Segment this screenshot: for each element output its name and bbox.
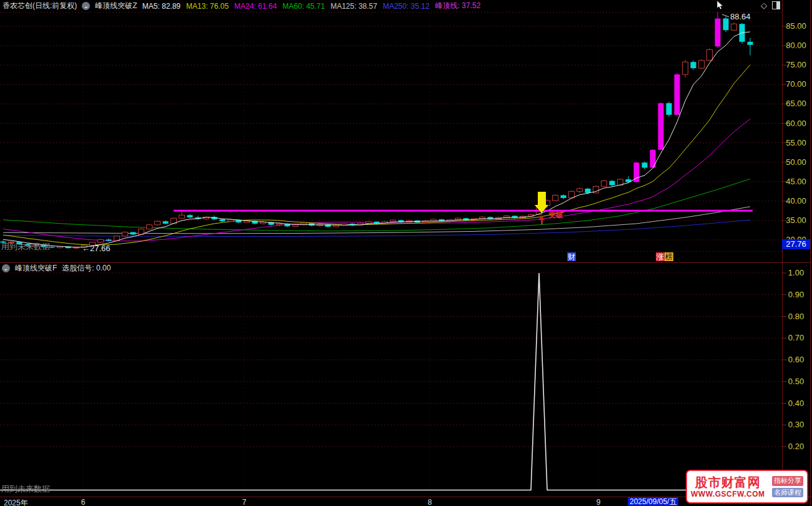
- signal-value-label: 选股信号: 0.00: [62, 263, 111, 274]
- last-date-badge: 2025/09/05/五: [628, 497, 678, 506]
- price-axis-label: 85.00: [783, 21, 810, 31]
- red-up-arrow-stem-icon: [541, 220, 543, 224]
- value-axis-label: 0.20: [783, 442, 810, 451]
- ma-legend-item: MA24: 61.64: [234, 2, 277, 11]
- event-marker[interactable]: 财: [567, 252, 576, 261]
- price-axis-label: 60.00: [783, 119, 810, 128]
- ma-legend-item: MA125: 38.57: [330, 2, 377, 11]
- diamond-icon[interactable]: ◇: [761, 1, 767, 9]
- value-axis-label: 0.50: [783, 377, 810, 386]
- split-screen-icon-fill: [776, 2, 780, 9]
- bottom-panel-header: ⌄ 峰顶线突破F 选股信号: 0.00: [2, 263, 111, 274]
- yellow-down-arrow-head-icon: [535, 205, 548, 213]
- x-axis-year-label: 2025年: [4, 498, 28, 506]
- chart-canvas[interactable]: [0, 0, 812, 506]
- ma-legend-item: MA13: 76.05: [186, 2, 229, 11]
- watermark-site-url: WWW.GSCFW.COM: [691, 490, 765, 499]
- red-up-arrow-icon: [538, 216, 545, 220]
- event-marker[interactable]: 榜: [665, 252, 673, 261]
- watermark-badge-indicator-share: 指标分享: [772, 476, 803, 486]
- price-axis-label: 80.00: [783, 41, 810, 50]
- high-price-annotation: 88.64: [730, 12, 751, 21]
- ma-legend-item: MA250: 35.12: [383, 2, 430, 11]
- price-axis-label: 70.00: [783, 79, 810, 89]
- stock-title: 香农芯创(日线:前复权): [2, 1, 77, 11]
- ma-legend-item: MA60: 45.71: [282, 2, 325, 11]
- value-axis-label: 0.90: [783, 290, 810, 299]
- breakout-text-marker: 突破: [548, 210, 563, 221]
- indicator-collapse-icon[interactable]: ⌄: [82, 2, 90, 10]
- watermark-badges: 指标分享 名师课程: [772, 476, 803, 498]
- top-header: 香农芯创(日线:前复权) ⌄ 峰顶线突破Z MA5: 82.89MA13: 76…: [2, 1, 486, 11]
- x-axis-month-label: 8: [428, 498, 432, 506]
- chevron-down-icon: ⌄: [84, 3, 89, 9]
- value-axis-label: 0.70: [783, 333, 810, 342]
- mouse-cursor-icon: [716, 1, 724, 12]
- ma-legend-item: 峰顶线: 37.52: [435, 1, 481, 11]
- price-axis-label: 50.00: [783, 157, 810, 167]
- indicator2-name: 峰顶线突破F: [15, 263, 57, 274]
- price-axis-label: 75.00: [783, 60, 810, 69]
- indicator2-collapse-icon[interactable]: ⌄: [2, 264, 10, 272]
- ma-legend-item: MA5: 82.89: [142, 2, 181, 11]
- future-data-note-bottom: 用到未来数据: [1, 484, 50, 495]
- x-axis-month-label: 6: [81, 498, 86, 506]
- x-axis-month-label: 7: [242, 498, 247, 506]
- value-axis-label: 0.80: [783, 312, 810, 321]
- price-axis-label: 35.00: [783, 216, 810, 225]
- trading-app-window: 香农芯创(日线:前复权) ⌄ 峰顶线突破Z MA5: 82.89MA13: 76…: [0, 0, 812, 506]
- yellow-down-arrow-icon: [538, 192, 546, 205]
- x-axis-month-label: 9: [597, 498, 601, 506]
- indicator-name: 峰顶线突破Z: [95, 1, 137, 11]
- ma-legend: MA5: 82.89MA13: 76.05MA24: 61.64MA60: 45…: [142, 1, 487, 11]
- watermark-badge-courses: 名师课程: [772, 488, 803, 498]
- value-axis-label: 0.60: [783, 355, 810, 364]
- value-axis-label: 0.40: [783, 399, 810, 408]
- chevron-down-icon: ⌄: [3, 265, 8, 272]
- event-marker[interactable]: 涨: [656, 252, 665, 261]
- value-axis-label: 1.00: [783, 268, 810, 277]
- watermark-site: 股市财富网 WWW.GSCFW.COM: [691, 475, 765, 499]
- header-toolbar: ◇: [761, 1, 780, 9]
- split-screen-icon[interactable]: [772, 1, 780, 9]
- low-price-annotation: ←27.66: [82, 244, 111, 253]
- value-axis-label: 0.30: [783, 420, 810, 429]
- watermark-banner: 股市财富网 WWW.GSCFW.COM 指标分享 名师课程: [686, 470, 808, 504]
- watermark-site-name: 股市财富网: [695, 475, 761, 490]
- price-axis-label: 55.00: [783, 138, 810, 147]
- future-data-note-top: 用到未来数据: [1, 241, 50, 252]
- price-axis-label: 40.00: [783, 196, 810, 206]
- price-axis-label: 65.00: [783, 99, 810, 108]
- price-axis-label: 45.00: [783, 177, 810, 186]
- current-price-badge: 27.76: [782, 239, 810, 249]
